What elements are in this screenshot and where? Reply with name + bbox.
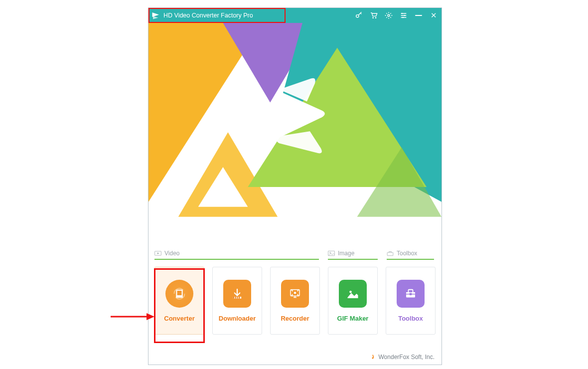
toolbox-icon — [397, 280, 425, 308]
svg-point-29 — [294, 291, 296, 294]
category-image: Image — [328, 250, 378, 260]
app-title: HD Video Converter Factory Pro — [163, 12, 253, 19]
svg-point-18 — [330, 252, 331, 253]
category-toolbox-label: Toolbox — [397, 250, 417, 257]
converter-label: Converter — [164, 315, 194, 322]
converter-icon — [165, 280, 193, 308]
category-image-label: Image — [338, 250, 354, 257]
svg-rect-24 — [233, 297, 234, 299]
category-toolbox: Toolbox — [387, 250, 434, 260]
toolbox-small-icon — [387, 250, 394, 256]
gifmaker-card[interactable]: GIF Maker — [328, 267, 378, 335]
gifmaker-icon — [339, 280, 367, 308]
close-button[interactable]: ✕ — [430, 11, 438, 19]
app-window: HD Video Converter Factory Pro ✕ — [148, 7, 442, 365]
svg-point-6 — [402, 17, 404, 18]
downloader-card[interactable]: Downloader — [212, 267, 262, 335]
svg-rect-27 — [239, 297, 240, 299]
svg-point-5 — [404, 15, 406, 16]
cart-icon[interactable] — [370, 11, 378, 19]
key-icon[interactable] — [355, 11, 363, 19]
category-video: Video — [154, 250, 319, 260]
toolbox-card[interactable]: Toolbox — [386, 267, 436, 335]
video-small-icon — [154, 250, 161, 256]
svg-point-31 — [349, 291, 352, 293]
footer-text: WonderFox Soft, Inc. — [379, 354, 435, 361]
category-row: Video Image Toolbox — [148, 245, 441, 260]
minimize-button[interactable] — [415, 11, 423, 19]
titlebar: HD Video Converter Factory Pro ✕ — [148, 8, 441, 23]
cards-row: Converter Downloader Recorder GIF Maker — [148, 260, 441, 335]
settings-icon[interactable] — [385, 11, 393, 19]
category-video-label: Video — [164, 250, 179, 257]
hero-artwork — [148, 23, 441, 245]
downloader-icon — [223, 280, 251, 308]
recorder-icon — [281, 280, 309, 308]
gifmaker-label: GIF Maker — [337, 315, 369, 322]
svg-rect-25 — [235, 297, 236, 299]
recorder-label: Recorder — [281, 315, 309, 322]
svg-point-4 — [401, 13, 403, 14]
app-logo-icon — [151, 11, 160, 20]
svg-rect-35 — [410, 293, 412, 295]
recorder-card[interactable]: Recorder — [270, 267, 320, 335]
svg-rect-19 — [387, 252, 393, 255]
image-small-icon — [328, 250, 335, 256]
svg-rect-26 — [237, 297, 238, 299]
svg-rect-22 — [176, 296, 183, 297]
toolbox-label: Toolbox — [398, 315, 423, 322]
converter-card[interactable]: Converter — [154, 267, 204, 335]
svg-point-3 — [388, 14, 390, 16]
options-icon[interactable] — [400, 11, 408, 19]
svg-point-1 — [372, 17, 374, 18]
wonderfox-logo-icon — [370, 354, 376, 360]
footer: WonderFox Soft, Inc. — [148, 350, 441, 365]
svg-rect-21 — [177, 291, 182, 295]
svg-point-0 — [356, 15, 359, 17]
downloader-label: Downloader — [219, 315, 256, 322]
svg-point-2 — [375, 17, 377, 18]
